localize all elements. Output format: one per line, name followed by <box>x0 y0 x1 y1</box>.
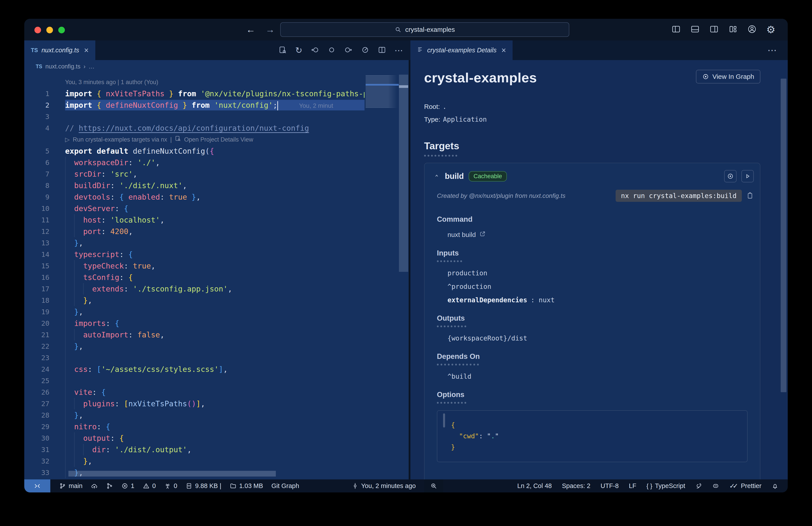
open-project-details-icon[interactable] <box>278 46 287 55</box>
code-line-content[interactable]: }, <box>57 306 409 317</box>
code-line-content[interactable]: output: { <box>57 432 409 444</box>
status-eol[interactable]: LF <box>629 479 636 493</box>
code-line-content[interactable]: import { defineNuxtConfig } from 'nuxt/c… <box>57 99 409 111</box>
refresh-icon[interactable]: ↻ <box>295 46 302 55</box>
code-line-content[interactable]: }, <box>57 237 409 248</box>
code-line[interactable]: 13 }, <box>24 237 409 248</box>
code-line-content[interactable]: autoImport: false, <box>57 329 409 341</box>
view-in-graph-button[interactable]: View In Graph <box>696 70 760 84</box>
toggle-panel-icon[interactable] <box>691 25 700 35</box>
vertical-scrollbar[interactable] <box>399 75 408 272</box>
panel-scrollbar[interactable] <box>781 79 786 392</box>
breadcrumb[interactable]: TS nuxt.config.ts › … <box>24 60 409 73</box>
change-icon[interactable] <box>328 46 336 55</box>
status-squirrel-extension[interactable] <box>695 479 702 493</box>
code-line-content[interactable]: }, <box>57 409 409 421</box>
code-line-content[interactable]: vite: { <box>57 386 409 398</box>
code-line-content[interactable]: css: ['~/assets/css/styles.scss'], <box>57 364 409 375</box>
settings-gear-icon[interactable]: ⚙ <box>766 25 775 35</box>
code-line-content[interactable]: tsConfig: { <box>57 272 409 283</box>
code-line[interactable]: 28 }, <box>24 409 409 421</box>
status-cursor-position[interactable]: Ln 2, Col 48 <box>517 479 552 493</box>
code-line[interactable]: 21 autoImport: false, <box>24 329 409 341</box>
code-line[interactable]: 30 output: { <box>24 432 409 444</box>
code-line[interactable]: 31 dir: './dist/.output', <box>24 444 409 455</box>
collapse-chevron-icon[interactable] <box>433 172 440 180</box>
toggle-primary-sidebar-icon[interactable] <box>671 25 681 35</box>
code-line[interactable]: 6 workspaceDir: './', <box>24 157 409 168</box>
customize-layout-icon[interactable] <box>728 25 738 35</box>
status-language-mode[interactable]: { }TypeScript <box>647 479 685 493</box>
code-line-content[interactable]: devtools: { enabled: true }, <box>57 191 409 203</box>
code-line[interactable]: 18 }, <box>24 295 409 306</box>
code-line-content[interactable]: plugins: [nxViteTsPaths()], <box>57 398 409 409</box>
code-line-content[interactable]: }, <box>57 341 409 352</box>
code-line-content[interactable]: // https://nuxt.com/docs/api/configurati… <box>57 122 409 134</box>
code-line[interactable]: 8 buildDir: './dist/.nuxt', <box>24 180 409 191</box>
code-line[interactable]: 9 devtools: { enabled: true }, <box>24 191 409 203</box>
tab-project-details[interactable]: crystal-examples Details × <box>410 40 512 60</box>
status-warnings[interactable]: 0 <box>143 479 156 493</box>
copy-command-button[interactable] <box>746 192 754 200</box>
code-line[interactable]: 29 nitro: { <box>24 421 409 432</box>
nx-run-command-chip[interactable]: nx run crystal-examples:build <box>615 190 742 202</box>
code-line-content[interactable]: typeCheck: true, <box>57 260 409 272</box>
status-ports[interactable]: 0 <box>164 479 177 493</box>
status-folder-size[interactable]: 1.03 MB <box>230 479 263 493</box>
code-line[interactable]: 15 typeCheck: true, <box>24 260 409 272</box>
code-line[interactable]: 26 vite: { <box>24 386 409 398</box>
code-line[interactable]: 19 }, <box>24 306 409 317</box>
code-line[interactable]: 25 <box>24 375 409 386</box>
code-line[interactable]: 2import { defineNuxtConfig } from 'nuxt/… <box>24 99 409 111</box>
minimap[interactable] <box>364 73 409 479</box>
code-line[interactable]: 7 srcDir: 'src', <box>24 168 409 180</box>
code-line[interactable]: 11 host: 'localhost', <box>24 214 409 226</box>
split-editor-icon[interactable] <box>378 46 386 55</box>
code-line[interactable]: 24 css: ['~/assets/css/styles.scss'], <box>24 364 409 375</box>
code-line-content[interactable]: port: 4200, <box>57 226 409 237</box>
codelens-run-link[interactable]: Run crystal-examples targets via nx <box>73 134 167 145</box>
next-change-icon[interactable] <box>344 46 352 55</box>
status-git-graph[interactable]: Git Graph <box>271 479 299 493</box>
code-line-content[interactable]: import { nxViteTsPaths } from '@nx/vite/… <box>57 88 409 99</box>
run-target-icon[interactable] <box>361 46 369 55</box>
breadcrumb-file[interactable]: nuxt.config.ts <box>45 63 80 70</box>
code-line[interactable]: 32 }, <box>24 455 409 467</box>
code-line-content[interactable]: dir: './dist/.output', <box>57 444 409 455</box>
minimize-window-button[interactable] <box>46 27 53 33</box>
view-target-in-graph-button[interactable] <box>724 170 737 182</box>
status-copilot[interactable] <box>712 479 719 493</box>
code-line-content[interactable]: }); <box>57 478 409 479</box>
external-link-icon[interactable] <box>479 230 486 239</box>
status-publish-changes[interactable] <box>91 479 98 493</box>
run-target-button[interactable] <box>741 170 754 182</box>
code-line-content[interactable]: buildDir: './dist/.nuxt', <box>57 180 409 191</box>
status-source-control-graph[interactable] <box>106 479 113 493</box>
close-window-button[interactable] <box>34 27 41 33</box>
code-line[interactable]: 17 extends: './tsconfig.app.json', <box>24 283 409 295</box>
code-line[interactable]: 16 tsConfig: { <box>24 272 409 283</box>
previous-change-icon[interactable] <box>311 46 319 55</box>
code-line-content[interactable]: }, <box>57 455 409 467</box>
navigate-forward-button[interactable]: → <box>265 24 275 35</box>
code-line[interactable]: 12 port: 4200, <box>24 226 409 237</box>
navigate-back-button[interactable]: ← <box>246 24 255 35</box>
code-line-content[interactable] <box>57 352 409 364</box>
codelens-open-link[interactable]: Open Project Details View <box>184 134 253 145</box>
code-line-content[interactable]: devServer: { <box>57 203 409 214</box>
status-file-size[interactable]: 9.88 KB | <box>186 479 221 493</box>
code-line-content[interactable]: host: 'localhost', <box>57 214 409 226</box>
code-line-content[interactable]: extends: './tsconfig.app.json', <box>57 283 409 295</box>
code-line-content[interactable] <box>57 375 409 386</box>
account-icon[interactable] <box>748 25 757 35</box>
code-line[interactable]: 34}); <box>24 478 409 479</box>
code-line-content[interactable]: nitro: { <box>57 421 409 432</box>
code-line[interactable]: 20 imports: { <box>24 317 409 329</box>
status-notifications[interactable] <box>772 479 779 493</box>
status-git-branch[interactable]: main <box>59 479 83 493</box>
maximize-window-button[interactable] <box>58 27 65 33</box>
codelens[interactable]: ▷Run crystal-examples targets via nx|Ope… <box>24 134 409 145</box>
code-line[interactable]: 3 <box>24 111 409 122</box>
tab-nuxt-config[interactable]: TS nuxt.config.ts × <box>24 40 95 60</box>
status-zoom[interactable] <box>424 479 443 493</box>
